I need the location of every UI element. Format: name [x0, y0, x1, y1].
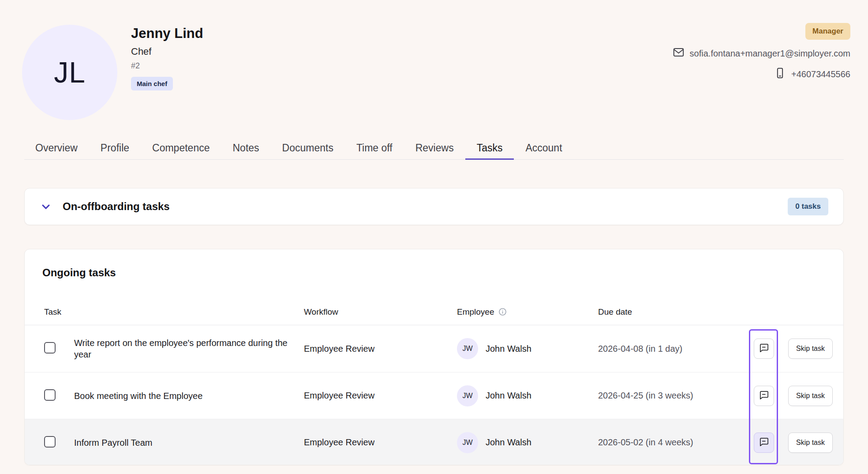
- table-row: Book meeting with the Employee Employee …: [25, 372, 843, 419]
- tab-account[interactable]: Account: [514, 138, 573, 160]
- email-row: sofia.fontana+manager1@simployer.com: [673, 46, 850, 60]
- table-row: Inform Payroll Team Employee Review JW J…: [25, 419, 843, 465]
- workflow-name: Employee Review: [304, 437, 457, 448]
- avatar: JL: [22, 25, 117, 120]
- contact-block: Manager sofia.fontana+manager1@simployer…: [673, 23, 850, 81]
- column-task: Task: [44, 307, 304, 317]
- comment-button[interactable]: [754, 339, 774, 359]
- ongoing-tasks-card: Ongoing tasks Task Workflow Employee Due…: [24, 249, 844, 465]
- employee-initials: JW: [462, 439, 472, 447]
- employee-profile-page: JL Jenny Lind Chef #2 Main chef Manager …: [0, 0, 868, 474]
- skip-task-button[interactable]: Skip task: [788, 433, 833, 453]
- employee-name: John Walsh: [486, 391, 531, 401]
- table-header: Task Workflow Employee Due date: [25, 299, 843, 325]
- task-name: Inform Payroll Team: [74, 437, 304, 448]
- column-employee-label: Employee: [457, 307, 494, 317]
- tab-time-off[interactable]: Time off: [345, 138, 404, 160]
- comment-button[interactable]: [754, 386, 774, 406]
- task-checkbox[interactable]: [44, 342, 56, 354]
- comment-icon: [759, 390, 769, 402]
- column-due-date: Due date: [598, 307, 744, 317]
- task-checkbox[interactable]: [44, 389, 56, 401]
- phone-icon: [774, 67, 786, 81]
- employee-name: John Walsh: [486, 437, 531, 448]
- email-text: sofia.fontana+manager1@simployer.com: [690, 49, 850, 59]
- avatar-initials: JL: [54, 56, 86, 89]
- workflow-name: Employee Review: [304, 391, 457, 401]
- employee-avatar: JW: [457, 432, 478, 453]
- table-row: Write report on the employee's performan…: [25, 325, 843, 372]
- employee-initials: JW: [462, 392, 472, 400]
- task-count-badge: 0 tasks: [788, 198, 828, 215]
- workflow-name: Employee Review: [304, 344, 457, 354]
- profile-header: JL Jenny Lind Chef #2 Main chef Manager …: [0, 0, 868, 120]
- skip-task-button[interactable]: Skip task: [788, 386, 833, 406]
- tab-notes[interactable]: Notes: [221, 138, 270, 160]
- column-employee: Employee: [457, 307, 598, 317]
- employee-cell: JW John Walsh: [457, 385, 598, 406]
- employee-avatar: JW: [457, 338, 478, 359]
- comment-button[interactable]: [754, 433, 774, 453]
- tab-profile[interactable]: Profile: [89, 138, 141, 160]
- tab-documents[interactable]: Documents: [271, 138, 345, 160]
- task-name: Write report on the employee's performan…: [74, 337, 304, 360]
- job-title: Chef: [131, 46, 203, 57]
- phone-text: +46073445566: [791, 69, 850, 79]
- mail-icon: [673, 46, 685, 60]
- task-checkbox[interactable]: [44, 436, 56, 448]
- phone-row: +46073445566: [774, 67, 850, 81]
- onoffboarding-title: On-offboarding tasks: [63, 200, 170, 213]
- comment-icon: [759, 343, 769, 354]
- comment-icon: [759, 437, 769, 448]
- employee-cell: JW John Walsh: [457, 432, 598, 453]
- task-name: Book meeting with the Employee: [74, 390, 304, 402]
- due-date: 2026-05-02 (in 4 weeks): [598, 437, 744, 448]
- employee-name: John Walsh: [486, 344, 531, 354]
- manager-badge: Manager: [805, 23, 850, 40]
- tab-competence[interactable]: Competence: [141, 138, 221, 160]
- chevron-down-icon[interactable]: [40, 200, 52, 213]
- employee-number: #2: [131, 61, 203, 71]
- identity-block: Jenny Lind Chef #2 Main chef: [131, 26, 203, 90]
- skip-task-button[interactable]: Skip task: [788, 339, 833, 359]
- info-icon[interactable]: [498, 308, 507, 316]
- employee-initials: JW: [462, 345, 472, 353]
- tab-bar: Overview Profile Competence Notes Docume…: [24, 138, 844, 160]
- column-workflow: Workflow: [304, 307, 457, 317]
- tab-reviews[interactable]: Reviews: [404, 138, 465, 160]
- onoffboarding-header[interactable]: On-offboarding tasks: [40, 200, 170, 213]
- ongoing-tasks-title: Ongoing tasks: [25, 249, 843, 279]
- tab-tasks[interactable]: Tasks: [465, 138, 514, 160]
- page-title: Jenny Lind: [131, 26, 203, 41]
- employee-avatar: JW: [457, 385, 478, 406]
- tab-overview[interactable]: Overview: [24, 138, 89, 160]
- main-chef-tag: Main chef: [131, 77, 173, 90]
- onoffboarding-section[interactable]: On-offboarding tasks 0 tasks: [24, 188, 844, 225]
- due-date: 2026-04-08 (in 1 day): [598, 344, 744, 354]
- due-date: 2026-04-25 (in 3 weeks): [598, 391, 744, 401]
- employee-cell: JW John Walsh: [457, 338, 598, 359]
